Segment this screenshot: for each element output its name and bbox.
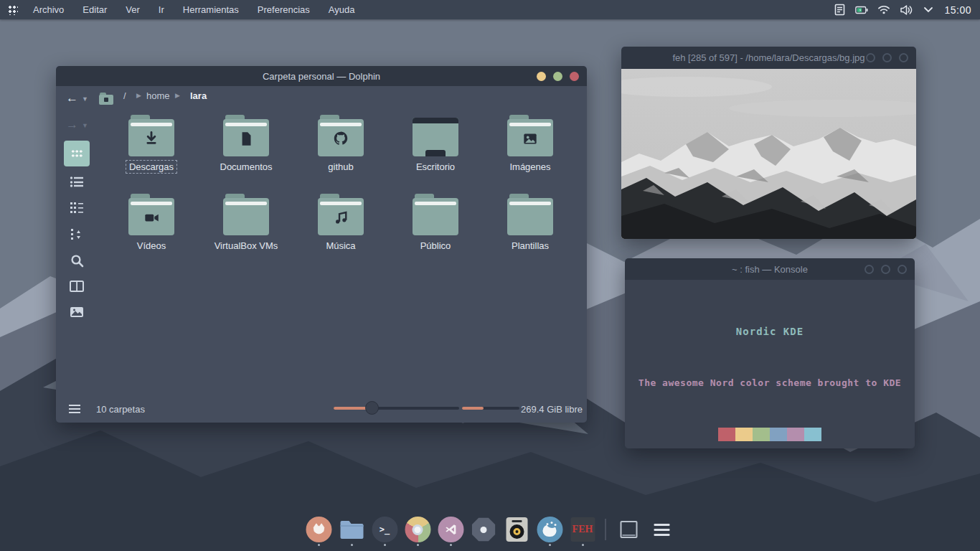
- folder-icon-virtualbox: [223, 194, 269, 235]
- palette-swatch-red: [718, 428, 735, 441]
- menu-editar[interactable]: Editar: [83, 4, 107, 15]
- folder-item[interactable]: Público: [388, 194, 483, 252]
- palette-swatch-blue: [770, 428, 787, 441]
- menu-ir[interactable]: Ir: [159, 4, 164, 15]
- menu-ayuda[interactable]: Ayuda: [329, 4, 355, 15]
- dolphin-body: ← ▼ → ▼ / ▶ home ▶ lara: [56, 86, 587, 423]
- split-view-icon[interactable]: [67, 277, 86, 296]
- feh-title: feh [285 of 597] - /home/lara/Descargas/…: [672, 52, 864, 63]
- back-icon[interactable]: ←: [66, 91, 78, 105]
- media-speaker-icon[interactable]: [502, 512, 532, 547]
- battery-icon[interactable]: [855, 4, 868, 17]
- dock-menu-icon[interactable]: [647, 512, 677, 547]
- folder-item[interactable]: Plantillas: [483, 194, 578, 252]
- dock-divider: [606, 519, 606, 540]
- menu-ver[interactable]: Ver: [126, 4, 140, 15]
- folder-item[interactable]: Música: [293, 194, 388, 252]
- night-app-icon[interactable]: [535, 512, 565, 547]
- feh-titlebar[interactable]: feh [285 of 597] - /home/lara/Descargas/…: [621, 47, 916, 69]
- top-panel: Archivo Editar Ver Ir Herramientas Prefe…: [0, 0, 980, 19]
- zoom-slider-handle[interactable]: [365, 401, 379, 415]
- folder-label: Escritorio: [413, 161, 458, 173]
- chromium-icon[interactable]: [403, 512, 433, 547]
- terminal-subtitle: The awesome Nord color scheme brought to…: [625, 377, 915, 388]
- close-button[interactable]: [897, 265, 907, 274]
- folder-item[interactable]: Vídeos: [104, 194, 199, 252]
- compact-view-icon[interactable]: [67, 198, 86, 217]
- minimize-button[interactable]: [864, 265, 874, 274]
- firefox-icon[interactable]: [304, 512, 334, 547]
- free-space-label: 269.4 GiB libre: [521, 404, 583, 415]
- volume-icon[interactable]: [900, 4, 913, 17]
- breadcrumb-current[interactable]: lara: [190, 90, 207, 101]
- maximize-button[interactable]: [553, 72, 562, 81]
- forward-icon[interactable]: →: [66, 118, 78, 132]
- global-menubar: Archivo Editar Ver Ir Herramientas Prefe…: [33, 4, 354, 15]
- dolphin-window: Carpeta personal — Dolphin ← ▼ → ▼ / ▶ h…: [56, 66, 587, 423]
- minimize-button[interactable]: [866, 53, 875, 62]
- dolphin-titlebar[interactable]: Carpeta personal — Dolphin: [56, 66, 587, 86]
- preview-icon[interactable]: [67, 303, 86, 321]
- folder-icon-documentos: [223, 115, 269, 156]
- folder-item[interactable]: Imágenes: [483, 115, 578, 173]
- wifi-icon[interactable]: [877, 4, 890, 17]
- konsole-title: ~ : fish — Konsole: [732, 264, 808, 275]
- folder-item[interactable]: VirtualBox VMs: [199, 194, 293, 252]
- folder-icon-imagenes: [507, 115, 553, 156]
- show-desktop-icon[interactable]: [614, 512, 644, 547]
- palette-swatch-green: [753, 428, 770, 441]
- folder-item[interactable]: github: [293, 115, 388, 173]
- breadcrumb-chevron-icon: ▶: [175, 92, 180, 99]
- folder-icon-videos: [128, 194, 174, 235]
- file-manager-icon[interactable]: [337, 512, 367, 547]
- search-icon[interactable]: [67, 251, 86, 270]
- konsole-terminal[interactable]: Nordic KDE The awesome Nord color scheme…: [625, 280, 915, 448]
- desktop: Archivo Editar Ver Ir Herramientas Prefe…: [0, 0, 980, 551]
- konsole-titlebar[interactable]: ~ : fish — Konsole: [625, 258, 915, 280]
- folder-item[interactable]: Escritorio: [388, 115, 483, 173]
- zoom-slider[interactable]: [334, 407, 459, 410]
- statusbar-menu-icon[interactable]: [69, 402, 80, 415]
- menu-preferencias[interactable]: Preferencias: [258, 4, 310, 15]
- feh-window: feh [285 of 597] - /home/lara/Descargas/…: [621, 47, 916, 239]
- close-button[interactable]: [899, 53, 908, 62]
- dolphin-title: Carpeta personal — Dolphin: [263, 71, 380, 82]
- sort-icon[interactable]: [67, 225, 86, 244]
- konsole-window: ~ : fish — Konsole Nordic KDE The awesom…: [625, 258, 915, 448]
- vscode-icon[interactable]: [436, 512, 466, 547]
- close-button[interactable]: [570, 72, 579, 81]
- menu-archivo[interactable]: Archivo: [33, 4, 64, 15]
- terminal-icon[interactable]: >_: [370, 512, 400, 547]
- list-view-icon[interactable]: [67, 172, 86, 191]
- menu-herramientas[interactable]: Herramientas: [183, 4, 239, 15]
- feh-app-icon[interactable]: FEH: [568, 512, 598, 547]
- breadcrumb-home[interactable]: home: [146, 90, 170, 101]
- folder-label: github: [325, 161, 356, 173]
- folder-item[interactable]: Descargas: [104, 115, 199, 173]
- folder-icon-github: [318, 115, 364, 156]
- clock[interactable]: 15:00: [944, 4, 971, 16]
- chevron-down-icon[interactable]: [922, 4, 935, 17]
- folder-item[interactable]: Documentos: [199, 115, 293, 173]
- icons-view-button[interactable]: [64, 141, 90, 166]
- maximize-button[interactable]: [882, 53, 892, 62]
- folder-label: Vídeos: [134, 240, 169, 252]
- dolphin-statusbar: 10 carpetas 269.4 GiB libre: [56, 394, 587, 423]
- breadcrumb-chevron-icon: ▶: [136, 92, 141, 99]
- folder-count: 10 carpetas: [96, 404, 145, 415]
- disk-usage-fill: [462, 407, 484, 410]
- home-folder-icon[interactable]: [99, 93, 113, 105]
- breadcrumb-root[interactable]: /: [123, 90, 126, 101]
- terminal-heading: Nordic KDE: [625, 326, 915, 337]
- minimize-button[interactable]: [537, 72, 546, 81]
- folder-icon-plantillas: [507, 194, 553, 235]
- color-palette: [718, 428, 821, 441]
- maximize-button[interactable]: [881, 265, 890, 274]
- settings-gear-icon[interactable]: [469, 512, 499, 547]
- clipboard-icon[interactable]: [833, 4, 846, 17]
- palette-swatch-yellow: [735, 428, 753, 441]
- system-tray: 15:00: [833, 4, 980, 17]
- forward-dropdown-icon[interactable]: ▼: [82, 122, 88, 129]
- back-dropdown-icon[interactable]: ▼: [82, 95, 88, 103]
- app-launcher-icon[interactable]: [0, 4, 24, 15]
